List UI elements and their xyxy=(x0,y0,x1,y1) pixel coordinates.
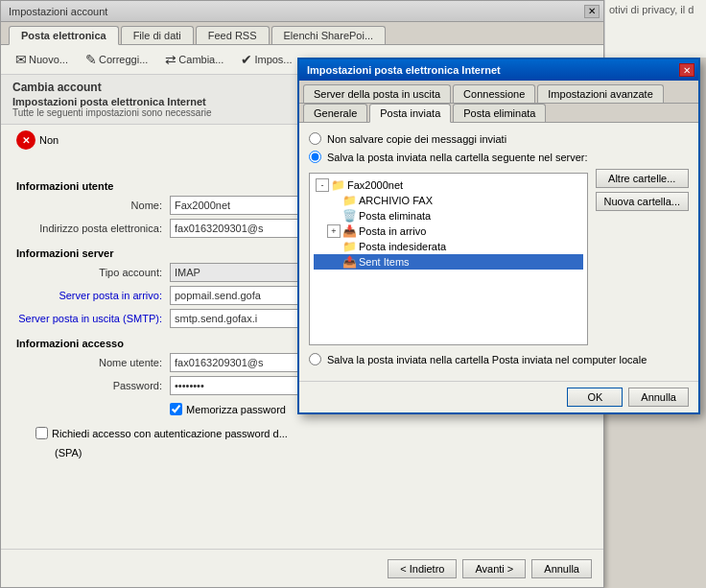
imposta-label: Impos... xyxy=(254,54,292,65)
tab-feed-rss[interactable]: Feed RSS xyxy=(196,26,270,44)
arrivo-label: Server posta in arrivo: xyxy=(16,290,170,301)
memorizza-checkbox[interactable] xyxy=(170,403,182,415)
inner-bottom-bar: OK Annulla xyxy=(299,381,698,412)
tipo-label: Tipo account: xyxy=(16,267,170,278)
cambia-button[interactable]: ⇄ Cambia... xyxy=(158,49,230,70)
inner-tab-bar-row2: Generale Posta inviata Posta eliminata xyxy=(299,104,698,123)
icon-posta-indesiderata: 📁 xyxy=(342,240,357,253)
email-label: Indirizzo posta elettronica: xyxy=(16,223,170,234)
tab-posta-eliminata[interactable]: Posta eliminata xyxy=(453,104,546,122)
icon-archivio-fax: 📁 xyxy=(342,194,357,207)
icon-fax2000net: 📁 xyxy=(331,178,345,192)
non-icon: ✕ xyxy=(16,130,35,150)
tree-posta-eliminata[interactable]: 🗑️ Posta eliminata xyxy=(314,208,583,223)
tab-connessione[interactable]: Connessione xyxy=(453,84,535,103)
tab-generale[interactable]: Generale xyxy=(303,104,367,122)
outer-window-title: Impostazioni account xyxy=(9,6,107,17)
tab-server-uscita[interactable]: Server della posta in uscita xyxy=(303,84,451,103)
memorizza-checkbox-row: Memorizza password xyxy=(170,403,286,415)
altre-cartelle-button[interactable]: Altre cartelle... xyxy=(596,169,689,188)
outer-titlebar: Impostazioni account ✕ xyxy=(1,1,603,22)
correggi-label: Correggi... xyxy=(99,54,148,65)
tab-file-di-dati[interactable]: File di dati xyxy=(121,26,194,44)
indietro-button[interactable]: < Indietro xyxy=(388,559,457,578)
tab-posta-elettronica[interactable]: Posta elettronica xyxy=(9,26,119,45)
expander-posta-arrivo[interactable]: + xyxy=(327,224,341,238)
folder-area: - 📁 Fax2000net 📁 ARCHIVIO FAX 🗑️ Posta e… xyxy=(309,169,689,353)
spa-checkbox-row: Richiedi accesso con autenticazione pass… xyxy=(35,427,288,439)
correggi-button[interactable]: ✎ Correggi... xyxy=(79,49,154,70)
radio2-row: Salva la posta inviata nella cartella se… xyxy=(309,151,689,163)
tree-posta-indesiderata[interactable]: 📁 Posta indesiderata xyxy=(314,239,583,254)
tree-fax2000net[interactable]: - 📁 Fax2000net xyxy=(314,177,583,193)
cambia-icon: ⇄ xyxy=(165,52,176,67)
tree-sent-items[interactable]: 📤 Sent Items xyxy=(314,254,583,270)
nomeutente-label: Nome utente: xyxy=(16,357,170,368)
inner-dialog-title: Impostazioni posta elettronica Internet xyxy=(307,64,501,76)
imposta-button[interactable]: ✔ Impos... xyxy=(234,49,298,70)
radio3-row: Salva la posta inviata nella cartella Po… xyxy=(309,353,689,365)
imposta-icon: ✔ xyxy=(241,52,252,67)
radio2-input[interactable] xyxy=(309,151,321,163)
nuovo-label: Nuovo... xyxy=(29,54,68,65)
inner-ok-button[interactable]: OK xyxy=(567,388,623,407)
nuovo-icon: ✉ xyxy=(15,52,27,67)
cambia-label: Cambia... xyxy=(178,54,224,65)
inner-tab-bar-row1: Server della posta in uscita Connessione… xyxy=(299,81,698,104)
outer-bottom-bar: < Indietro Avanti > Annulla xyxy=(1,549,603,587)
spa-row: Richiedi accesso con autenticazione pass… xyxy=(16,423,588,443)
uscita-label: Server posta in uscita (SMTP): xyxy=(16,313,170,324)
right-side-text: otivi di privacy, il d xyxy=(604,0,706,58)
password-label: Password: xyxy=(16,380,170,391)
tree-posta-arrivo[interactable]: + 📥 Posta in arrivo xyxy=(314,223,583,239)
spa-label: (SPA) xyxy=(55,447,82,459)
correggi-icon: ✎ xyxy=(85,52,97,67)
radio1-input[interactable] xyxy=(309,132,321,145)
icon-posta-eliminata: 🗑️ xyxy=(342,209,357,223)
icon-posta-arrivo: 📥 xyxy=(342,224,357,238)
avanti-button[interactable]: Avanti > xyxy=(462,559,526,578)
tab-elenchi-sharepoint[interactable]: Elenchi SharePoi... xyxy=(271,26,387,44)
memorizza-label: Memorizza password xyxy=(186,404,286,415)
outer-close-button[interactable]: ✕ xyxy=(584,5,600,18)
expander-fax2000net[interactable]: - xyxy=(316,178,329,192)
tab-impostazioni-avanzate[interactable]: Impostazioni avanzate xyxy=(537,84,663,103)
inner-annulla-button[interactable]: Annulla xyxy=(628,388,689,407)
nuovo-button[interactable]: ✉ Nuovo... xyxy=(9,49,75,70)
spa-richiede-label: Richiedi accesso con autenticazione pass… xyxy=(52,428,288,439)
label-posta-arrivo: Posta in arrivo xyxy=(359,225,426,237)
radio3-input[interactable] xyxy=(309,353,321,365)
inner-close-button[interactable]: ✕ xyxy=(679,63,694,77)
radio2-label: Salva la posta inviata nella cartella se… xyxy=(327,152,588,163)
tab-posta-inviata[interactable]: Posta inviata xyxy=(369,104,451,123)
radio1-row: Non salvare copie dei messaggi inviati xyxy=(309,132,689,145)
folder-tree-box[interactable]: - 📁 Fax2000net 📁 ARCHIVIO FAX 🗑️ Posta e… xyxy=(309,173,588,345)
folder-side-buttons: Altre cartelle... Nuova cartella... xyxy=(596,169,689,211)
label-sent-items: Sent Items xyxy=(359,256,410,268)
nuova-cartella-button[interactable]: Nuova cartella... xyxy=(596,192,689,211)
inner-dialog: Impostazioni posta elettronica Internet … xyxy=(297,58,700,414)
inner-titlebar: Impostazioni posta elettronica Internet … xyxy=(299,59,698,81)
outer-tab-bar: Posta elettronica File di dati Feed RSS … xyxy=(1,22,603,45)
label-posta-indesiderata: Posta indesiderata xyxy=(359,241,446,252)
outer-annulla-button[interactable]: Annulla xyxy=(531,559,592,578)
nome-label: Nome: xyxy=(16,200,170,211)
radio1-label: Non salvare copie dei messaggi inviati xyxy=(327,133,506,145)
spa-checkbox[interactable] xyxy=(35,427,48,439)
label-archivio-fax: ARCHIVIO FAX xyxy=(359,195,433,206)
non-label: Non xyxy=(39,134,59,146)
radio3-label: Salva la posta inviata nella cartella Po… xyxy=(327,354,647,365)
tree-archivio-fax[interactable]: 📁 ARCHIVIO FAX xyxy=(314,193,583,208)
icon-sent-items: 📤 xyxy=(342,255,357,269)
label-posta-eliminata: Posta eliminata xyxy=(359,210,431,222)
spa-label-row: (SPA) xyxy=(16,447,588,459)
label-fax2000net: Fax2000net xyxy=(347,179,403,191)
inner-content: Non salvare copie dei messaggi inviati S… xyxy=(299,123,698,381)
